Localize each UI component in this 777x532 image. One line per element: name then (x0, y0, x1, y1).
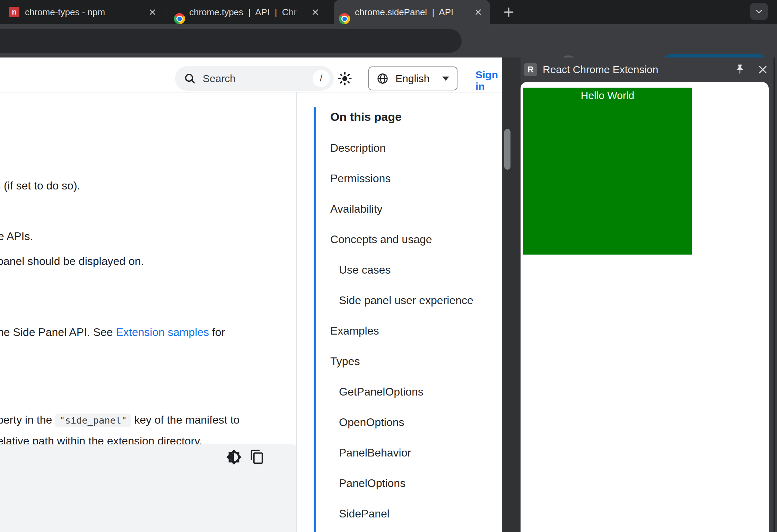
chrome-favicon (339, 13, 350, 24)
hello-world-box: Hello World (523, 88, 692, 255)
tab-chrome-types-npm[interactable]: n chrome-types - npm (3, 0, 163, 24)
toc-item-paneloptions[interactable]: PanelOptions (330, 468, 497, 498)
toc-item-concepts-and-usage[interactable]: Concepts and usage (330, 224, 497, 255)
article-line-4-pre: the Side Panel API. See (0, 326, 116, 338)
tab-title: chrome-types - npm (25, 0, 143, 24)
toc-list: DescriptionPermissionsAvailabilityConcep… (330, 133, 497, 529)
article-line-5-post: key of the manifest to (131, 414, 239, 426)
address-bar[interactable] (0, 29, 462, 53)
tab-title: chrome.types | API | Chrom (189, 0, 297, 24)
column-divider (296, 92, 297, 532)
theme-toggle-sun-icon[interactable] (337, 70, 353, 87)
toc-item-openoptions[interactable]: OpenOptions (330, 407, 497, 437)
tab-title: chrome.sidePanel | API | Ch (355, 0, 457, 24)
new-tab-button[interactable] (501, 5, 516, 20)
toc-item-use-cases[interactable]: Use cases (330, 255, 497, 285)
search-shortcut-badge: / (313, 70, 330, 87)
side-panel-extension-badge: R (524, 63, 537, 76)
tab-close-icon[interactable] (311, 7, 320, 17)
toc-item-types[interactable]: Types (330, 346, 497, 376)
tab-chrome-sidepanel-active[interactable]: chrome.sidePanel | API | Ch (334, 0, 490, 24)
search-placeholder: Search (203, 66, 236, 91)
toc-item-getpaneloptions[interactable]: GetPanelOptions (330, 376, 497, 407)
article-line-2: e APIs. (0, 230, 33, 243)
toc-item-sidepanel[interactable]: SidePanel (330, 498, 497, 529)
tab-strip: n chrome-types - npm chrome.types | API … (0, 0, 777, 24)
extension-samples-link[interactable]: Extension samples (116, 326, 209, 338)
article-line-4-post: for (209, 326, 225, 338)
page-scrollbar-track[interactable] (502, 57, 521, 532)
code-block (0, 444, 297, 532)
copy-code-icon[interactable] (250, 449, 265, 464)
tab-search-button[interactable] (750, 3, 768, 20)
toc-item-availability[interactable]: Availability (330, 194, 497, 224)
page-scrollbar-thumb[interactable] (504, 129, 510, 170)
article-line-3: panel should be displayed on. (0, 255, 144, 268)
article-line-5-pre: berty in the (0, 414, 55, 426)
toc-accent-bar (314, 107, 316, 532)
article-line-1: s (if set to do so). (0, 179, 80, 192)
pin-icon[interactable] (733, 63, 747, 76)
article-line-5: berty in the "side_panel" key of the man… (0, 414, 239, 426)
tab-close-icon[interactable] (473, 7, 483, 17)
search-icon (183, 72, 197, 85)
close-icon[interactable] (757, 64, 769, 76)
language-selector[interactable]: English (368, 66, 457, 90)
toc-item-permissions[interactable]: Permissions (330, 163, 497, 194)
side-panel-title: React Chrome Extension (543, 63, 658, 76)
window-frame-edge (774, 57, 775, 532)
tab-close-icon[interactable] (148, 7, 157, 17)
chevron-down-icon (442, 77, 449, 81)
tab-title-fade (286, 3, 308, 21)
search-input[interactable]: Search / (175, 66, 334, 91)
language-value: English (395, 73, 429, 85)
sign-in-link[interactable]: Sign in (475, 69, 502, 92)
tab-title-fade (448, 3, 471, 21)
browser-window: n chrome-types - npm chrome.types | API … (0, 0, 777, 532)
tab-separator (166, 7, 166, 17)
side-panel-code-chip: "side_panel" (55, 414, 131, 427)
hello-world-text: Hello World (523, 88, 692, 101)
toc-item-side-panel-user-experience[interactable]: Side panel user experience (330, 285, 497, 316)
browser-toolbar: D D R Relaunch to up (0, 24, 777, 57)
toc-item-examples[interactable]: Examples (330, 316, 497, 346)
chrome-favicon (174, 13, 185, 24)
header-divider (0, 92, 502, 92)
article-line-4: the Side Panel API. See Extension sample… (0, 326, 225, 339)
tab-chrome-types-api[interactable]: chrome.types | API | Chrom (168, 0, 326, 24)
side-panel-content: Hello World (521, 82, 769, 532)
side-panel-region: R React Chrome Extension Hello World (502, 57, 777, 532)
globe-icon (376, 72, 389, 85)
npm-favicon: n (9, 7, 19, 17)
toc-heading: On this page (330, 110, 402, 124)
code-theme-toggle-icon[interactable] (226, 449, 242, 465)
toc-item-description[interactable]: Description (330, 133, 497, 163)
toc-item-panelbehavior[interactable]: PanelBehavior (330, 437, 497, 468)
docs-page: Search / English Sign in s (if set to do… (0, 57, 502, 532)
